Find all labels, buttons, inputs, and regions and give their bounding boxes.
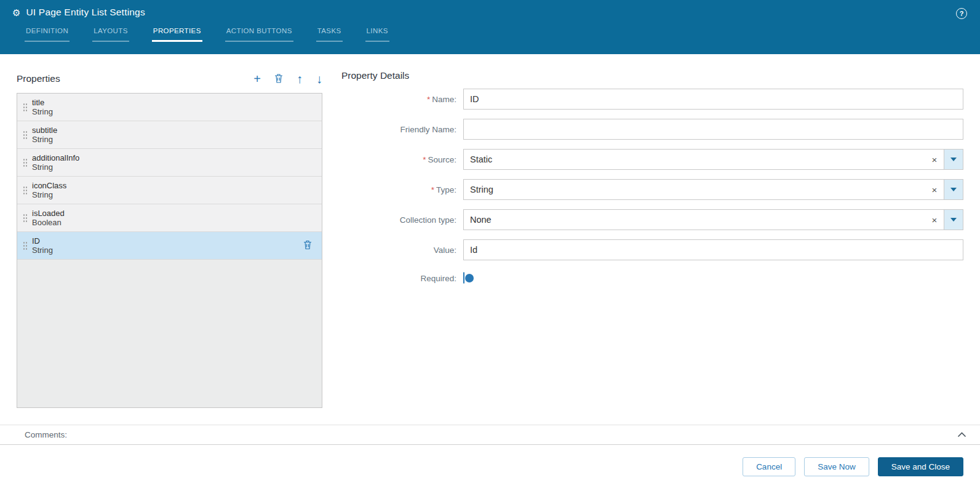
required-label: Required: [341, 274, 463, 283]
clear-icon: × [932, 154, 938, 165]
friendly-name-label: Friendly Name: [341, 125, 463, 134]
type-select[interactable]: String × [463, 179, 963, 200]
property-list-item-isloaded[interactable]: isLoaded Boolean [17, 204, 322, 232]
property-list-item-text: iconClass String [32, 181, 66, 200]
arrow-up-icon: ↑ [297, 73, 303, 85]
drag-handle-icon[interactable] [23, 158, 27, 167]
required-marker: * [431, 185, 434, 194]
type-selected-value: String [464, 180, 925, 199]
property-list: title String subtitle String additionalI… [17, 93, 322, 408]
collection-type-select[interactable]: None × [463, 209, 963, 230]
property-name: title [32, 98, 53, 108]
chevron-down-icon [950, 158, 957, 161]
name-label: *Name: [341, 95, 463, 104]
property-type: String [32, 107, 53, 117]
collection-type-clear-button[interactable]: × [925, 210, 944, 230]
friendly-name-field-row: Friendly Name: [341, 119, 963, 140]
tab-links[interactable]: LINKS [365, 27, 389, 42]
plus-icon: + [253, 73, 261, 85]
tab-tasks[interactable]: TASKS [316, 27, 343, 42]
save-now-button[interactable]: Save Now [804, 457, 869, 476]
drag-handle-icon[interactable] [23, 214, 27, 223]
property-list-item-subtitle[interactable]: subtitle String [17, 121, 322, 149]
property-name: isLoaded [32, 209, 65, 218]
tab-layouts[interactable]: LAYOUTS [92, 27, 129, 42]
property-name: subtitle [32, 126, 57, 135]
property-name: additionalInfo [32, 153, 79, 163]
clear-icon: × [932, 215, 938, 225]
source-dropdown-button[interactable] [944, 150, 963, 169]
property-type: Boolean [32, 218, 65, 228]
help-icon: ? [960, 10, 964, 17]
trash-icon [274, 73, 283, 85]
drag-handle-icon[interactable] [23, 186, 27, 195]
properties-toolbar: + ↑ ↓ [253, 73, 322, 85]
property-name: iconClass [32, 181, 66, 191]
value-field-row: Value: [341, 239, 963, 260]
move-down-button[interactable]: ↓ [316, 73, 322, 85]
page-title: UI Page Entity List Settings [26, 7, 145, 18]
value-label: Value: [341, 246, 463, 255]
property-type: String [32, 190, 66, 200]
properties-panel-title: Properties [17, 73, 60, 84]
property-list-item-text: ID String [32, 236, 53, 255]
collection-type-dropdown-button[interactable] [944, 210, 963, 230]
required-toggle[interactable] [463, 272, 464, 284]
property-list-item-additionalinfo[interactable]: additionalInfo String [17, 149, 322, 177]
trash-icon [303, 242, 312, 252]
property-list-item-iconclass[interactable]: iconClass String [17, 177, 322, 204]
friendly-name-input[interactable] [463, 119, 963, 140]
chevron-down-icon [950, 188, 957, 191]
main-content: Properties + ↑ ↓ [0, 54, 980, 425]
save-and-close-button[interactable]: Save and Close [878, 457, 963, 476]
tab-action-buttons[interactable]: ACTION BUTTONS [225, 27, 293, 42]
clear-icon: × [932, 185, 938, 195]
type-label: *Type: [341, 185, 463, 194]
comments-collapse-button[interactable] [957, 430, 966, 439]
footer-actions: Cancel Save Now Save and Close [0, 445, 980, 488]
tab-definition[interactable]: DEFINITION [25, 27, 70, 42]
help-button[interactable]: ? [956, 8, 967, 19]
required-field-row: Required: [341, 273, 963, 284]
property-type: String [32, 135, 57, 145]
value-input[interactable] [463, 239, 963, 260]
property-list-item-title[interactable]: title String [17, 94, 322, 121]
comments-label: Comments: [25, 430, 67, 439]
property-details-panel: Property Details *Name: Friendly Name: *… [341, 70, 963, 425]
property-list-item-id-selected[interactable]: ID String [17, 232, 322, 260]
property-list-item-text: title String [32, 98, 53, 117]
property-type: String [32, 162, 79, 172]
arrow-down-icon: ↓ [316, 73, 322, 85]
property-details-title: Property Details [341, 70, 409, 81]
name-input[interactable] [463, 89, 963, 110]
type-field-row: *Type: String × [341, 179, 963, 200]
move-up-button[interactable]: ↑ [297, 73, 303, 85]
type-clear-button[interactable]: × [925, 180, 944, 199]
chevron-up-icon [957, 430, 966, 439]
property-details-form: *Name: Friendly Name: *Source: Static × [341, 89, 963, 284]
add-property-button[interactable]: + [253, 73, 261, 85]
properties-panel-header: Properties + ↑ ↓ [17, 70, 322, 87]
property-list-item-text: subtitle String [32, 126, 57, 145]
tab-properties[interactable]: PROPERTIES [152, 27, 202, 42]
chevron-down-icon [950, 218, 957, 222]
collection-type-selected-value: None [464, 210, 925, 230]
title-row: ⚙ UI Page Entity List Settings [0, 0, 980, 18]
comments-section: Comments: [0, 425, 980, 445]
source-selected-value: Static [464, 150, 925, 169]
type-dropdown-button[interactable] [944, 180, 963, 199]
cancel-button[interactable]: Cancel [743, 457, 795, 476]
drag-handle-icon[interactable] [23, 241, 27, 250]
delete-selected-property-button[interactable] [303, 240, 312, 252]
required-marker: * [427, 95, 430, 104]
source-select[interactable]: Static × [463, 149, 963, 170]
gear-icon: ⚙ [12, 8, 20, 17]
source-label: *Source: [341, 155, 463, 164]
drag-handle-icon[interactable] [23, 130, 27, 140]
delete-property-button[interactable] [274, 73, 283, 85]
drag-handle-icon[interactable] [23, 103, 27, 112]
bottom-bar: Comments: Cancel Save Now Save and Close [0, 425, 980, 488]
property-list-item-text: isLoaded Boolean [32, 209, 65, 228]
header: ⚙ UI Page Entity List Settings ? DEFINIT… [0, 0, 980, 54]
source-clear-button[interactable]: × [925, 150, 944, 169]
